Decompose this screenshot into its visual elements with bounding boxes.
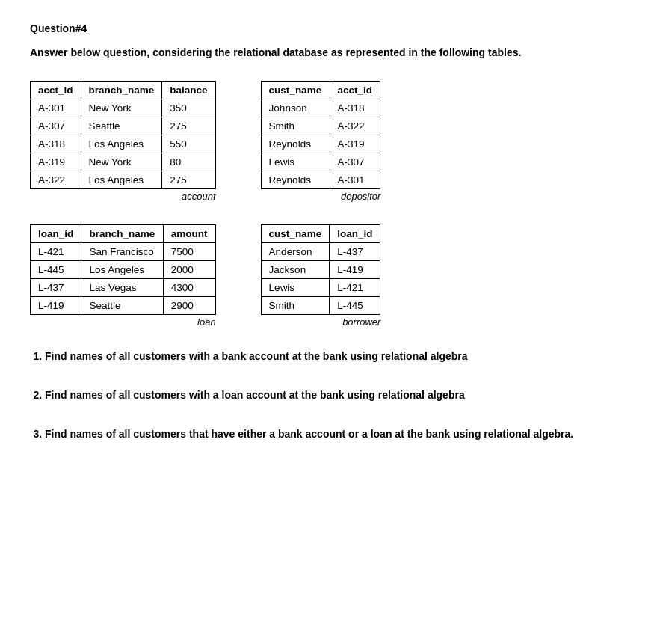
depositor-col-cust-name: cust_name — [261, 82, 330, 99]
table-row: L-437Las Vegas4300 — [31, 279, 216, 297]
question-title: Question#4 — [30, 22, 627, 34]
question-item-3: Find names of all customers that have ei… — [45, 428, 627, 440]
account-table: acct_id branch_name balance A-301New Yor… — [30, 81, 216, 189]
table-row: A-318Los Angeles550 — [31, 135, 216, 153]
question-item-2: Find names of all customers with a loan … — [45, 389, 627, 401]
loan-col-branch-name: branch_name — [81, 225, 163, 243]
account-col-acct-id: acct_id — [31, 82, 81, 99]
question-item-1: Find names of all customers with a bank … — [45, 350, 627, 362]
table-row: L-445Los Angeles2000 — [31, 261, 216, 279]
account-col-branch-name: branch_name — [81, 82, 162, 99]
table-row: ReynoldsA-319 — [261, 135, 380, 153]
table-row: SmithA-322 — [261, 117, 380, 135]
table-row: A-301New York350 — [31, 99, 216, 117]
table-row: AndersonL-437 — [261, 243, 380, 261]
borrower-col-cust-name: cust_name — [261, 225, 330, 243]
table-row: L-419Seattle2900 — [31, 297, 216, 315]
table-row: L-421San Francisco7500 — [31, 243, 216, 261]
table-row: LewisA-307 — [261, 153, 380, 171]
loan-col-amount: amount — [163, 225, 215, 243]
table-row: A-307Seattle275 — [31, 117, 216, 135]
account-table-group: acct_id branch_name balance A-301New Yor… — [30, 81, 216, 202]
depositor-col-acct-id: acct_id — [330, 82, 380, 99]
account-table-name: account — [30, 191, 216, 202]
table-row: SmithL-445 — [261, 297, 380, 315]
loan-col-loan-id: loan_id — [31, 225, 81, 243]
table-row: JacksonL-419 — [261, 261, 380, 279]
table-row: A-322Los Angeles275 — [31, 171, 216, 189]
table-row: LewisL-421 — [261, 279, 380, 297]
account-col-balance: balance — [162, 82, 215, 99]
borrower-col-loan-id: loan_id — [330, 225, 380, 243]
questions-list: Find names of all customers with a bank … — [30, 350, 627, 440]
depositor-table-name: depositor — [261, 191, 381, 202]
borrower-table-name: borrower — [261, 316, 381, 328]
table-row: A-319New York80 — [31, 153, 216, 171]
depositor-table: cust_name acct_id JohnsonA-318SmithA-322… — [261, 81, 381, 189]
depositor-table-group: cust_name acct_id JohnsonA-318SmithA-322… — [261, 81, 381, 202]
table-row: ReynoldsA-301 — [261, 171, 380, 189]
loan-table-group: loan_id branch_name amount L-421San Fran… — [30, 224, 216, 328]
borrower-table-group: cust_name loan_id AndersonL-437JacksonL-… — [261, 224, 381, 328]
loan-table: loan_id branch_name amount L-421San Fran… — [30, 224, 216, 315]
intro-text: Answer below question, considering the r… — [30, 46, 627, 58]
borrower-table: cust_name loan_id AndersonL-437JacksonL-… — [261, 224, 381, 315]
table-row: JohnsonA-318 — [261, 99, 380, 117]
loan-table-name: loan — [30, 316, 216, 328]
